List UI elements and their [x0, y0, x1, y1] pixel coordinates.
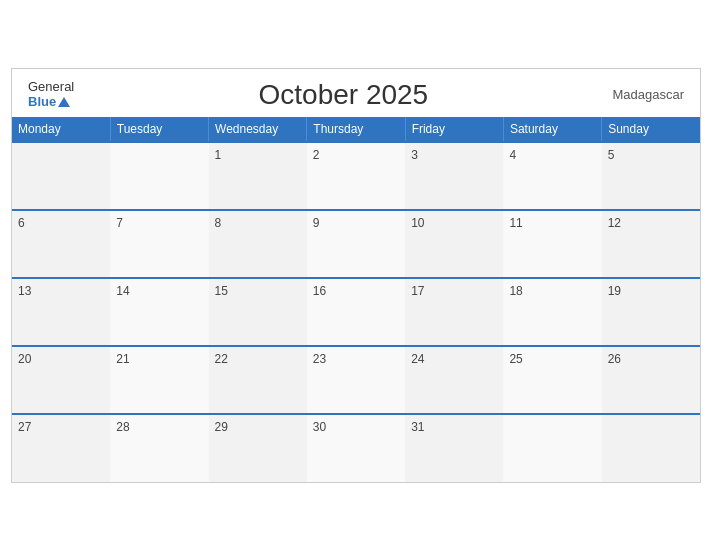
weekday-header-monday: Monday	[12, 117, 110, 142]
weekday-header-wednesday: Wednesday	[209, 117, 307, 142]
day-number: 25	[509, 352, 522, 366]
calendar-cell: 14	[110, 278, 208, 346]
day-number: 18	[509, 284, 522, 298]
weekday-header-saturday: Saturday	[503, 117, 601, 142]
weekday-header-thursday: Thursday	[307, 117, 405, 142]
logo-blue-text: Blue	[28, 95, 56, 109]
calendar-cell: 1	[209, 142, 307, 210]
calendar-cell: 10	[405, 210, 503, 278]
calendar-cell: 24	[405, 346, 503, 414]
day-number: 7	[116, 216, 123, 230]
day-number: 9	[313, 216, 320, 230]
day-number: 8	[215, 216, 222, 230]
day-number: 19	[608, 284, 621, 298]
day-number: 21	[116, 352, 129, 366]
calendar-cell	[110, 142, 208, 210]
day-number: 29	[215, 420, 228, 434]
calendar-cell: 20	[12, 346, 110, 414]
week-row-1: 12345	[12, 142, 700, 210]
calendar-cell: 25	[503, 346, 601, 414]
month-title: October 2025	[74, 79, 612, 111]
day-number: 16	[313, 284, 326, 298]
calendar-cell: 2	[307, 142, 405, 210]
calendar-grid: MondayTuesdayWednesdayThursdayFridaySatu…	[12, 117, 700, 482]
week-row-5: 2728293031	[12, 414, 700, 482]
day-number: 5	[608, 148, 615, 162]
calendar-cell: 17	[405, 278, 503, 346]
calendar-cell: 18	[503, 278, 601, 346]
calendar-cell: 5	[602, 142, 700, 210]
day-number: 27	[18, 420, 31, 434]
calendar-cell: 16	[307, 278, 405, 346]
calendar-cell: 28	[110, 414, 208, 482]
day-number: 10	[411, 216, 424, 230]
day-number: 3	[411, 148, 418, 162]
day-number: 12	[608, 216, 621, 230]
weekday-header-row: MondayTuesdayWednesdayThursdayFridaySatu…	[12, 117, 700, 142]
day-number: 26	[608, 352, 621, 366]
logo-triangle-icon	[58, 97, 70, 107]
calendar-cell: 4	[503, 142, 601, 210]
calendar-cell: 6	[12, 210, 110, 278]
day-number: 15	[215, 284, 228, 298]
day-number: 20	[18, 352, 31, 366]
logo: General Blue	[28, 80, 74, 109]
calendar-cell	[12, 142, 110, 210]
weekday-header-sunday: Sunday	[602, 117, 700, 142]
calendar-cell: 9	[307, 210, 405, 278]
weekday-header-tuesday: Tuesday	[110, 117, 208, 142]
day-number: 2	[313, 148, 320, 162]
calendar-cell: 29	[209, 414, 307, 482]
calendar-cell: 12	[602, 210, 700, 278]
calendar-header: General Blue October 2025 Madagascar	[12, 69, 700, 117]
day-number: 11	[509, 216, 522, 230]
week-row-2: 6789101112	[12, 210, 700, 278]
day-number: 4	[509, 148, 516, 162]
calendar-cell: 3	[405, 142, 503, 210]
calendar-cell: 8	[209, 210, 307, 278]
day-number: 22	[215, 352, 228, 366]
day-number: 23	[313, 352, 326, 366]
day-number: 13	[18, 284, 31, 298]
day-number: 28	[116, 420, 129, 434]
calendar-cell: 30	[307, 414, 405, 482]
logo-general-text: General	[28, 80, 74, 94]
calendar-cell: 7	[110, 210, 208, 278]
day-number: 14	[116, 284, 129, 298]
calendar-cell: 26	[602, 346, 700, 414]
weekday-header-friday: Friday	[405, 117, 503, 142]
calendar-cell: 11	[503, 210, 601, 278]
calendar-cell: 15	[209, 278, 307, 346]
day-number: 31	[411, 420, 424, 434]
day-number: 30	[313, 420, 326, 434]
calendar-cell: 31	[405, 414, 503, 482]
calendar-cell: 21	[110, 346, 208, 414]
calendar-cell: 27	[12, 414, 110, 482]
country-name: Madagascar	[612, 87, 684, 102]
calendar-cell	[503, 414, 601, 482]
day-number: 6	[18, 216, 25, 230]
calendar-cell: 13	[12, 278, 110, 346]
day-number: 1	[215, 148, 222, 162]
calendar-cell	[602, 414, 700, 482]
week-row-4: 20212223242526	[12, 346, 700, 414]
calendar-container: General Blue October 2025 Madagascar Mon…	[11, 68, 701, 483]
week-row-3: 13141516171819	[12, 278, 700, 346]
day-number: 24	[411, 352, 424, 366]
calendar-cell: 23	[307, 346, 405, 414]
calendar-cell: 22	[209, 346, 307, 414]
calendar-cell: 19	[602, 278, 700, 346]
day-number: 17	[411, 284, 424, 298]
